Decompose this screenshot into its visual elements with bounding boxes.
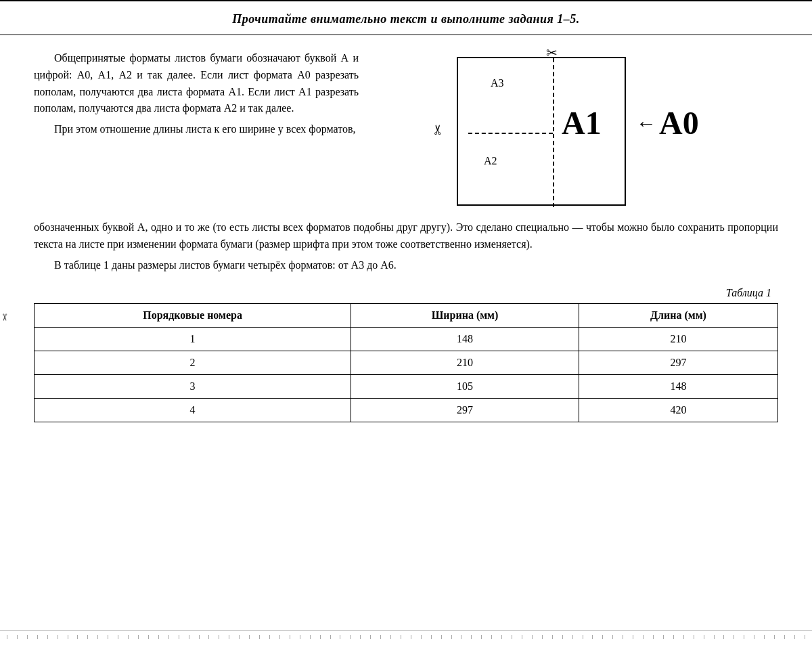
dashed-horizontal-line [468,133,553,134]
ruler-marks [0,637,812,639]
ruler-mark [360,635,361,639]
ruler-mark [784,635,785,639]
ruler-mark [199,635,200,639]
ruler-mark [592,635,593,639]
dashed-vertical-line [553,58,554,207]
cell-width-3: 297 [351,399,579,422]
ruler-mark [552,635,553,639]
table-header-row: Порядковые номера Ширина (мм) Длина (мм) [35,304,778,328]
label-a2: А2 [484,155,497,167]
ruler-mark [522,635,522,639]
ruler-mark [290,635,290,639]
ruler-mark [340,635,340,639]
ruler-mark [300,635,300,639]
ruler-mark [441,635,442,639]
ruler-mark [208,635,209,639]
ruler-mark [512,635,512,639]
table-caption: Таблица 1 [34,287,778,299]
ruler-mark [663,635,664,639]
title-text: Прочитайте внимательно текст и выполните… [232,12,579,26]
ruler-mark [572,635,573,639]
ruler-mark [229,635,229,639]
top-border [0,0,812,1]
ruler-mark [68,635,68,639]
ruler-mark [330,635,331,639]
table-row: 4297420 [35,399,778,422]
ruler-mark [249,635,250,639]
ruler-mark [714,635,715,639]
scissors-left-icon: ✂ [430,124,446,135]
ruler-mark [734,635,734,639]
label-a1: А1 [562,104,602,141]
ruler-mark [279,635,280,639]
cell-width-1: 210 [351,351,579,375]
ruler-mark [168,635,169,639]
ruler-mark [805,635,805,639]
cell-num-1: 2 [35,351,351,375]
ruler-mark [138,635,139,639]
ruler-mark [108,635,108,639]
ruler-mark [774,635,775,639]
col-header-num: Порядковые номера [35,304,351,328]
text-column: Общепринятые форматы листов бумаги обозн… [34,50,359,213]
ruler-mark [58,635,58,639]
ruler-mark [27,635,28,639]
ruler-mark [219,635,219,639]
side-scissors-icon: ✂ [0,313,10,321]
page: Прочитайте внимательно текст и выполните… [0,0,812,645]
ruler-mark [542,635,543,639]
label-a3: А3 [491,77,504,89]
data-table: Порядковые номера Ширина (мм) Длина (мм)… [34,303,778,422]
full-text-section: обозначенных буквой А, одно и то же (то … [0,219,812,273]
paragraph3: В таблице 1 даны размеры листов бумаги ч… [34,257,778,274]
ruler-mark [421,635,422,639]
ruler-mark [320,635,321,639]
ruler-mark [128,635,129,639]
ruler-mark [794,635,795,639]
ruler-mark [77,635,78,639]
ruler-mark [118,635,118,639]
ruler-mark [471,635,472,639]
ruler-mark [380,635,381,639]
ruler-mark [683,635,684,639]
ruler-mark [623,635,623,639]
ruler-mark [148,635,149,639]
ruler-mark [461,635,461,639]
ruler-mark [491,635,492,639]
ruler-mark [158,635,159,639]
col-header-length: Длина (мм) [579,304,777,328]
ruler-mark [179,635,179,639]
ruler-mark [87,635,88,639]
ruler-mark [481,635,482,639]
label-a0: А0 [659,104,699,141]
ruler-mark [451,635,452,639]
ruler-mark [653,635,654,639]
ruler-mark [37,635,38,639]
ruler-mark [501,635,502,639]
ruler-mark [350,635,351,639]
diagram-column: ✂ ✂ А3 А2 А1 ← А0 [372,50,778,213]
ruler-mark [704,635,704,639]
ruler-mark [259,635,260,639]
content-area: Общепринятые форматы листов бумаги обозн… [0,35,812,219]
ruler-mark [239,635,240,639]
ruler-mark [744,635,744,639]
para-continuation: обозначенных буквой А, одно и то же (то … [34,219,778,253]
arrow-icon: ← [636,112,656,135]
cell-length-1: 297 [579,351,777,375]
cell-num-0: 1 [35,328,351,351]
ruler-mark [189,635,189,639]
ruler-mark [562,635,563,639]
ruler-mark [694,635,694,639]
ruler-mark [390,635,391,639]
ruler-mark [411,635,411,639]
ruler-mark [47,635,48,639]
cell-length-0: 210 [579,328,777,351]
table-section: Таблица 1 Порядковые номера Ширина (мм) … [0,277,812,429]
ruler-mark [633,635,633,639]
ruler-mark [269,635,270,639]
ruler-mark [401,635,401,639]
col-header-width: Ширина (мм) [351,304,579,328]
title-area: Прочитайте внимательно текст и выполните… [0,0,812,35]
table-row: 1148210 [35,328,778,351]
